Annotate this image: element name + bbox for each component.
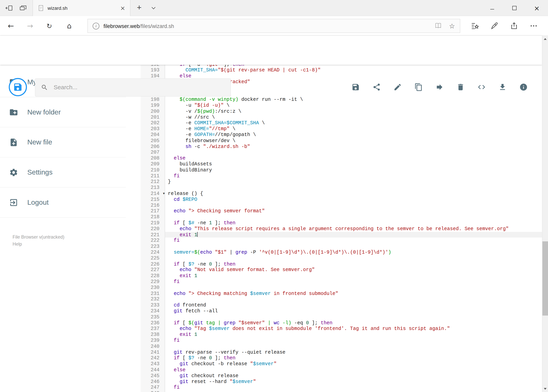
back-button[interactable]: ← <box>3 16 19 35</box>
code-line-244[interactable]: 244 else <box>141 367 542 373</box>
share-file-button[interactable] <box>373 83 381 91</box>
code-line-248[interactable]: 248 <box>141 391 542 392</box>
code-line-243[interactable]: 243 git checkout -b release "$semver" <box>141 361 542 367</box>
code-line-207[interactable]: 207 <box>141 149 542 155</box>
code-line-236[interactable]: 236 if [ $(git tag | grep "$semver" | wc… <box>141 320 542 326</box>
download-button[interactable] <box>498 83 507 91</box>
code-line-210[interactable]: 210 buildBinary <box>141 167 542 173</box>
code-line-239[interactable]: 239 fi <box>141 338 542 343</box>
code-line-209[interactable]: 209 buildAssets <box>141 161 542 167</box>
code-line-224[interactable]: 224 semver=$(echo "$1" | grep -P '^v(0|[… <box>141 249 542 255</box>
code-line-199[interactable]: 199 -u "$(id -u)" \ <box>141 103 542 108</box>
page-info-icon[interactable]: i <box>93 22 99 29</box>
code-line-234[interactable]: 234 git fetch --all <box>141 308 542 314</box>
scrollbar-thumb[interactable] <box>542 241 548 315</box>
code-line-241[interactable]: 241 git rev-parse --verify --quiet relea… <box>141 349 542 355</box>
code-line-211[interactable]: 211 fi <box>141 173 542 179</box>
forward-button[interactable]: → <box>22 16 38 35</box>
sidebar-item-new-folder[interactable]: New folder <box>0 97 126 127</box>
new-tab-button[interactable]: + <box>132 0 146 16</box>
code-line-245[interactable]: 245 git checkout release <box>141 373 542 379</box>
code-line-192[interactable]: 192 if [ -d ".git" ]; then <box>141 65 542 67</box>
code-line-205[interactable]: 205 filebrowser/dev \ <box>141 138 542 144</box>
scroll-up-arrow[interactable] <box>542 36 548 42</box>
url-field[interactable]: i filebrowser.web/files/wizard.sh ☆ <box>87 19 460 33</box>
code-line-220[interactable]: 220 echo "This release script requires a… <box>141 226 542 232</box>
help-link[interactable]: Help <box>13 241 140 248</box>
code-line-225[interactable]: 225 <box>141 255 542 261</box>
browser-tab[interactable]: wizard.sh × <box>33 0 130 16</box>
code-line-194[interactable]: 194 else <box>141 73 542 79</box>
code-line-201[interactable]: 201 -w //src \ <box>141 114 542 120</box>
fold-arrow-icon[interactable]: ▾ <box>163 191 165 196</box>
sidebar-item-logout[interactable]: Logout <box>0 188 126 218</box>
more-options-icon[interactable] <box>529 21 538 30</box>
code-line-233[interactable]: 233 cd frontend <box>141 302 542 308</box>
tab-preview-button[interactable] <box>17 3 28 13</box>
browser-window: wizard.sh × + × ← → ↻ ⌂ i filebrowser.we… <box>0 0 548 392</box>
tab-close-icon[interactable]: × <box>120 5 125 11</box>
code-line-208[interactable]: 208 else <box>141 155 542 161</box>
code-line-227[interactable]: 227 echo "Not valid semver format. See s… <box>141 267 542 273</box>
code-line-200[interactable]: 200 -v /$(pwd):/src:z \ <box>141 108 542 114</box>
code-line-213[interactable]: 213 <box>141 185 542 191</box>
code-line-212[interactable]: 212} <box>141 179 542 185</box>
code-line-219[interactable]: 219 if [ $# -ne 1 ]; then <box>141 220 542 226</box>
code-line-228[interactable]: 228 exit 1 <box>141 273 542 279</box>
code-line-232[interactable]: 232 <box>141 296 542 302</box>
code-line-246[interactable]: 246 git reset --hard "$semver" <box>141 379 542 385</box>
code-line-218[interactable]: 218 <box>141 214 542 220</box>
code-line-221[interactable]: 221 exit 1 <box>141 232 542 238</box>
code-line-237[interactable]: 237 echo "Tag $semver does not exist in … <box>141 326 542 332</box>
code-line-198[interactable]: 198 $(command -v winpty) docker run --rm… <box>141 97 542 103</box>
close-button[interactable]: × <box>526 0 548 16</box>
code-line-247[interactable]: 247 fi <box>141 385 542 391</box>
code-editor[interactable]: 192 if [ -d ".git" ]; then193 COMMIT_SHA… <box>141 65 542 392</box>
code-line-204[interactable]: 204 -e GOPATH=//tmp/gopath \ <box>141 132 542 138</box>
code-line-193[interactable]: 193 COMMIT_SHA="$(git rev-parse HEAD | c… <box>141 67 542 73</box>
home-button[interactable]: ⌂ <box>61 16 77 35</box>
code-line-217[interactable]: 217 echo "> Checking semver format" <box>141 208 542 214</box>
code-line-229[interactable]: 229 fi <box>141 279 542 285</box>
search-box[interactable] <box>35 78 231 97</box>
code-line-226[interactable]: 226 if [ $? -ne 0 ]; then <box>141 261 542 267</box>
filebrowser-logo[interactable] <box>9 78 27 96</box>
sidebar-item-new-file[interactable]: New file <box>0 127 126 158</box>
info-button[interactable] <box>519 83 528 91</box>
scrollbar[interactable] <box>542 36 548 392</box>
code-line-214[interactable]: 214▾release () { <box>141 191 542 196</box>
ink-pen-icon[interactable] <box>490 21 499 30</box>
code-line-222[interactable]: 222 fi <box>141 238 542 244</box>
scroll-down-arrow[interactable] <box>542 386 548 392</box>
code-line-230[interactable]: 230 <box>141 285 542 291</box>
favorites-hub-icon[interactable] <box>471 21 479 30</box>
code-line-203[interactable]: 203 -e HOME="//tmp" \ <box>141 126 542 132</box>
code-line-240[interactable]: 240 <box>141 343 542 349</box>
code-line-206[interactable]: 206 sh -c "./wizard.sh -b" <box>141 144 542 149</box>
code-line-202[interactable]: 202 -e COMMIT_SHA=$COMMIT_SHA \ <box>141 120 542 126</box>
reading-view-icon[interactable] <box>434 22 442 30</box>
move-button[interactable] <box>435 83 444 91</box>
code-line-235[interactable]: 235 <box>141 314 542 320</box>
code-line-231[interactable]: 231 echo "> Checking matching $semver in… <box>141 291 542 296</box>
refresh-button[interactable]: ↻ <box>41 16 57 35</box>
copy-button[interactable] <box>414 83 423 91</box>
line-number: 230 <box>141 285 165 291</box>
code-line-242[interactable]: 242 if [ $? -ne 0 ]; then <box>141 355 542 361</box>
maximize-button[interactable] <box>503 0 526 16</box>
code-line-215[interactable]: 215 cd $REPO <box>141 196 542 202</box>
code-line-216[interactable]: 216 <box>141 202 542 208</box>
save-button[interactable] <box>351 83 360 91</box>
minimize-button[interactable] <box>481 0 503 16</box>
sidebar-item-settings[interactable]: Settings <box>0 157 126 188</box>
code-line-238[interactable]: 238 exit 1 <box>141 332 542 338</box>
favorite-star-icon[interactable]: ☆ <box>449 22 455 30</box>
rename-button[interactable] <box>393 83 402 91</box>
code-line-223[interactable]: 223 <box>141 244 542 249</box>
share-icon[interactable] <box>510 21 518 30</box>
delete-button[interactable] <box>457 83 465 91</box>
tab-dropdown-button[interactable] <box>147 0 160 16</box>
search-input[interactable] <box>53 84 225 91</box>
set-aside-tabs-button[interactable] <box>4 3 15 13</box>
source-code-button[interactable] <box>477 83 486 91</box>
